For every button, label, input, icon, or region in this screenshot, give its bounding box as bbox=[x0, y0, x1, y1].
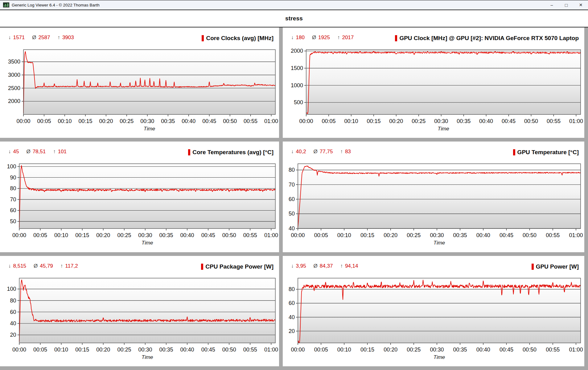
avg-symbol-icon: Ø bbox=[314, 262, 318, 270]
chart-plot-core-clocks[interactable]: 200025003000350000:0000:0500:1000:1500:2… bbox=[0, 42, 279, 138]
chart-grid: ↓ 1571 Ø 2587 ↑ 3903 Core Clocks (avg) [… bbox=[0, 27, 588, 369]
legend-color-marker bbox=[188, 149, 190, 155]
chart-panel-gpu-temperature: ↓ 40,2 Ø 77,75 ↑ 83 GPU Temperature [°C]… bbox=[283, 142, 584, 252]
svg-text:00:15: 00:15 bbox=[367, 118, 380, 124]
svg-text:00:05: 00:05 bbox=[314, 347, 328, 353]
max-arrow-icon: ↑ bbox=[53, 148, 56, 156]
stat-avg: 78,51 bbox=[33, 148, 46, 156]
svg-text:2000: 2000 bbox=[291, 48, 303, 54]
svg-text:00:20: 00:20 bbox=[384, 347, 397, 353]
chart-stats: ↓ 1571 Ø 2587 ↑ 3903 bbox=[8, 34, 81, 42]
stat-min: 45 bbox=[13, 148, 19, 156]
min-arrow-icon: ↓ bbox=[291, 262, 294, 270]
svg-text:60: 60 bbox=[289, 196, 295, 202]
avg-symbol-icon: Ø bbox=[34, 262, 38, 270]
svg-text:Time: Time bbox=[144, 126, 155, 132]
svg-text:500: 500 bbox=[294, 99, 303, 105]
svg-text:2500: 2500 bbox=[8, 85, 20, 91]
legend-color-marker bbox=[513, 149, 515, 155]
max-arrow-icon: ↑ bbox=[57, 34, 60, 42]
minimize-button[interactable]: – bbox=[545, 0, 559, 10]
svg-text:00:20: 00:20 bbox=[99, 118, 113, 124]
svg-text:00:05: 00:05 bbox=[37, 118, 51, 124]
svg-text:00:20: 00:20 bbox=[96, 347, 110, 353]
window-controls: – □ ✕ bbox=[545, 0, 588, 10]
svg-text:00:15: 00:15 bbox=[75, 347, 89, 353]
svg-text:40: 40 bbox=[289, 314, 295, 320]
svg-text:Time: Time bbox=[142, 354, 153, 360]
svg-text:00:45: 00:45 bbox=[500, 232, 513, 239]
chart-title-label: GPU Clock [MHz] @ GPU [#2]: NVIDIA GeFor… bbox=[399, 35, 579, 42]
max-arrow-icon: ↑ bbox=[340, 148, 343, 156]
svg-text:00:45: 00:45 bbox=[201, 347, 215, 353]
svg-text:00:35: 00:35 bbox=[457, 118, 471, 124]
svg-text:00:10: 00:10 bbox=[337, 347, 351, 353]
svg-text:40: 40 bbox=[289, 225, 295, 232]
svg-text:00:50: 00:50 bbox=[523, 347, 537, 353]
stat-avg: 1925 bbox=[318, 34, 330, 42]
svg-text:00:40: 00:40 bbox=[182, 118, 195, 124]
svg-text:00:15: 00:15 bbox=[75, 232, 89, 239]
svg-text:00:00: 00:00 bbox=[12, 232, 26, 239]
svg-text:3500: 3500 bbox=[8, 59, 20, 65]
chart-plot-gpu-clock[interactable]: 50010001500200000:0000:0500:1000:1500:20… bbox=[283, 42, 584, 138]
chart-title: Core Clocks (avg) [MHz] bbox=[202, 35, 273, 42]
max-arrow-icon: ↑ bbox=[337, 34, 340, 42]
svg-text:00:55: 00:55 bbox=[243, 232, 257, 239]
chart-title-label: Core Clocks (avg) [MHz] bbox=[206, 35, 273, 42]
svg-text:00:35: 00:35 bbox=[161, 118, 175, 124]
svg-text:50: 50 bbox=[10, 218, 16, 224]
stat-max: 117,2 bbox=[65, 262, 78, 270]
min-arrow-icon: ↓ bbox=[291, 148, 294, 156]
stat-min: 8,515 bbox=[13, 262, 27, 270]
svg-text:00:45: 00:45 bbox=[202, 118, 216, 124]
svg-text:00:30: 00:30 bbox=[430, 232, 444, 239]
stat-avg: 77,75 bbox=[320, 148, 333, 156]
svg-text:80: 80 bbox=[289, 286, 295, 292]
svg-text:00:55: 00:55 bbox=[546, 232, 560, 239]
window-title: Generic Log Viewer 6.4 - © 2022 Thomas B… bbox=[12, 3, 100, 7]
chart-stats-row: ↓ 1571 Ø 2587 ↑ 3903 Core Clocks (avg) [… bbox=[0, 27, 279, 42]
stat-min: 40,2 bbox=[296, 148, 306, 156]
stat-min: 3,95 bbox=[296, 262, 306, 270]
legend-color-marker bbox=[395, 35, 397, 41]
chart-panel-core-clocks: ↓ 1571 Ø 2587 ↑ 3903 Core Clocks (avg) [… bbox=[0, 27, 279, 138]
svg-text:2000: 2000 bbox=[8, 98, 20, 105]
legend-color-marker bbox=[201, 264, 203, 270]
svg-text:01:00: 01:00 bbox=[569, 232, 583, 239]
svg-text:00:30: 00:30 bbox=[138, 232, 152, 239]
maximize-button[interactable]: □ bbox=[559, 0, 574, 10]
svg-text:00:40: 00:40 bbox=[180, 232, 194, 239]
svg-text:20: 20 bbox=[289, 328, 295, 334]
svg-text:00:00: 00:00 bbox=[12, 347, 26, 353]
svg-text:00:25: 00:25 bbox=[412, 118, 426, 124]
close-button[interactable]: ✕ bbox=[574, 0, 588, 10]
svg-text:01:00: 01:00 bbox=[569, 347, 583, 353]
svg-text:00:20: 00:20 bbox=[384, 232, 397, 239]
svg-text:00:00: 00:00 bbox=[299, 118, 313, 124]
max-arrow-icon: ↑ bbox=[340, 262, 343, 270]
svg-text:00:15: 00:15 bbox=[360, 347, 374, 353]
avg-symbol-icon: Ø bbox=[26, 148, 30, 156]
chart-title-label: Core Temperatures (avg) [°C] bbox=[192, 149, 273, 156]
avg-symbol-icon: Ø bbox=[314, 148, 318, 156]
svg-text:00:05: 00:05 bbox=[33, 232, 47, 239]
stat-max: 94,14 bbox=[345, 262, 358, 270]
chart-plot-gpu-temperature[interactable]: 405060708000:0000:0500:1000:1500:2000:25… bbox=[283, 156, 584, 252]
svg-text:80: 80 bbox=[289, 167, 295, 173]
svg-text:00:10: 00:10 bbox=[54, 232, 68, 239]
svg-text:00:45: 00:45 bbox=[500, 347, 513, 353]
svg-text:60: 60 bbox=[10, 208, 16, 214]
chart-title-label: GPU Power [W] bbox=[536, 263, 579, 270]
window-titlebar[interactable]: Generic Log Viewer 6.4 - © 2022 Thomas B… bbox=[0, 0, 588, 10]
svg-text:80: 80 bbox=[10, 297, 16, 303]
svg-text:00:15: 00:15 bbox=[360, 232, 374, 239]
svg-text:60: 60 bbox=[289, 300, 295, 306]
chart-plot-core-temperatures[interactable]: 506070809010000:0000:0500:1000:1500:2000… bbox=[0, 156, 279, 252]
chart-plot-gpu-power[interactable]: 2040608000:0000:0500:1000:1500:2000:2500… bbox=[283, 270, 584, 366]
svg-text:00:50: 00:50 bbox=[222, 347, 236, 353]
page-title: stress bbox=[285, 15, 303, 22]
legend-color-marker bbox=[532, 264, 534, 270]
chart-plot-cpu-package-power[interactable]: 2040608010000:0000:0500:1000:1500:2000:2… bbox=[0, 270, 279, 366]
svg-text:00:10: 00:10 bbox=[344, 118, 358, 124]
